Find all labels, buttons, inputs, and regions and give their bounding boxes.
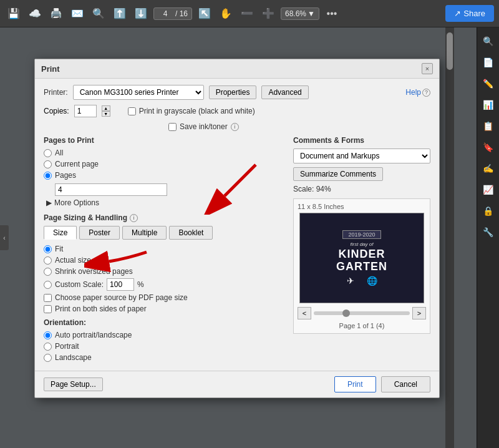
grayscale-checkbox-row[interactable]: Print in grayscale (black and white)	[128, 107, 255, 115]
hand-tool[interactable]: ✋	[217, 5, 235, 22]
sidebar-tools-icon[interactable]: 🔧	[480, 223, 497, 241]
shrink-radio-option[interactable]: Shrink oversized pages	[44, 267, 284, 276]
choose-paper-checkbox[interactable]	[44, 294, 52, 302]
printer-label: Printer:	[44, 88, 68, 97]
more-options[interactable]: ▶ More Options	[46, 198, 284, 207]
actual-size-label: Actual size	[55, 256, 91, 265]
actual-size-radio[interactable]	[44, 256, 52, 265]
more-tools-icon[interactable]: •••	[323, 5, 341, 22]
auto-orient-option[interactable]: Auto portrait/landscape	[44, 331, 284, 339]
pages-radio-option[interactable]: Pages	[44, 171, 284, 180]
percent-sign: %	[137, 280, 144, 289]
booklet-tab[interactable]: Booklet	[169, 226, 213, 240]
fit-radio[interactable]	[44, 245, 52, 253]
choose-paper-label: Choose paper source by PDF page size	[55, 293, 188, 302]
page-setup-button[interactable]: Page Setup...	[44, 377, 103, 391]
scroll-thumb[interactable]	[447, 32, 453, 70]
sidebar-page-icon[interactable]: 📄	[480, 54, 497, 71]
scale-text: Scale: 94%	[293, 185, 430, 193]
scrollbar[interactable]	[445, 27, 454, 448]
save-ink-checkbox-row[interactable]: Save ink/toner i	[168, 122, 430, 131]
fit-radio-option[interactable]: Fit	[44, 245, 284, 253]
upload-icon[interactable]: ☁️	[26, 5, 44, 22]
size-tab[interactable]: Size	[44, 226, 77, 240]
copies-input[interactable]	[74, 105, 97, 117]
preview-main-text: KINDERGARTEN	[336, 248, 387, 273]
right-column: Comments & Forms Document and Markups Su…	[293, 136, 430, 364]
actual-size-radio-option[interactable]: Actual size	[44, 256, 284, 265]
all-radio[interactable]	[44, 149, 52, 157]
portrait-option[interactable]: Portrait	[44, 342, 284, 351]
preview-area: 11 x 8.5 Inches 2019-2020 first day of K…	[293, 198, 430, 334]
custom-scale-input[interactable]	[107, 278, 134, 291]
shrink-label: Shrink oversized pages	[55, 267, 133, 276]
multiple-tab[interactable]: Multiple	[122, 226, 167, 240]
prev-page-icon[interactable]: ⬆️	[111, 5, 128, 22]
landscape-option[interactable]: Landscape	[44, 353, 284, 362]
sidebar-chart-icon[interactable]: 📊	[480, 96, 497, 114]
advanced-button[interactable]: Advanced	[261, 85, 308, 99]
save-ink-checkbox[interactable]	[168, 123, 177, 131]
print-both-checkbox[interactable]	[44, 305, 52, 313]
printer-select[interactable]: Canon MG3100 series Printer	[73, 85, 204, 100]
sidebar-search-icon[interactable]: 🔍	[480, 32, 497, 50]
save-icon[interactable]: 💾	[5, 5, 22, 22]
choose-paper-checkbox-row[interactable]: Choose paper source by PDF page size	[44, 293, 284, 302]
zoom-control[interactable]: 68.6% ▼	[281, 7, 319, 20]
print-icon[interactable]: 🖨️	[47, 5, 65, 22]
page-nav: 4 / 16	[153, 7, 192, 20]
zoom-out-icon[interactable]: 🔍	[90, 5, 107, 22]
poster-tab[interactable]: Poster	[79, 226, 120, 240]
all-radio-option[interactable]: All	[44, 149, 284, 157]
preview-content: 2019-2020 first day of KINDERGARTEN ✈ 🌐	[331, 225, 392, 291]
zoom-dropdown-icon: ▼	[308, 9, 315, 18]
summarize-button[interactable]: Summarize Comments	[293, 167, 383, 181]
portrait-label: Portrait	[55, 342, 79, 351]
shrink-radio[interactable]	[44, 268, 52, 276]
grayscale-checkbox[interactable]	[128, 107, 136, 115]
cursor-tool[interactable]: ↖️	[196, 5, 213, 22]
pages-radio[interactable]	[44, 172, 52, 180]
sidebar-excel-icon[interactable]: 📈	[480, 181, 497, 198]
sidebar-bookmark-icon[interactable]: 🔖	[480, 139, 497, 156]
prev-page-button[interactable]: <	[298, 307, 311, 319]
zoom-out-btn[interactable]: ➖	[238, 5, 256, 22]
close-button[interactable]: ×	[422, 63, 433, 74]
zoom-value: 68.6%	[285, 9, 306, 18]
share-icon: ↗	[454, 9, 461, 18]
properties-button[interactable]: Properties	[209, 85, 257, 99]
sizing-tabs: Size Poster Multiple Booklet	[44, 226, 284, 240]
landscape-radio[interactable]	[44, 354, 52, 362]
sidebar-sign-icon[interactable]: ✍️	[480, 160, 497, 177]
sidebar-shield-icon[interactable]: 🔒	[480, 202, 497, 220]
page-input[interactable]: 4	[158, 9, 173, 18]
cancel-button[interactable]: Cancel	[381, 376, 430, 392]
copies-up[interactable]: ▲	[102, 105, 110, 111]
more-options-label: More Options	[54, 198, 99, 207]
globe-icon: 🌐	[367, 276, 377, 286]
collapse-panel-button[interactable]: ‹	[0, 225, 9, 250]
zoom-in-btn[interactable]: ➕	[259, 5, 277, 22]
share-button[interactable]: ↗ Share	[445, 5, 494, 22]
custom-scale-label: Custom Scale:	[55, 280, 104, 289]
page-sizing-title: Page Sizing & Handling	[44, 213, 127, 222]
current-page-radio[interactable]	[44, 160, 52, 168]
print-both-checkbox-row[interactable]: Print on both sides of paper	[44, 304, 284, 313]
sidebar-edit-icon[interactable]: ✏️	[480, 75, 497, 92]
pages-input[interactable]	[55, 183, 167, 196]
current-page-radio-option[interactable]: Current page	[44, 160, 284, 168]
next-page-icon[interactable]: ⬇️	[132, 5, 150, 22]
sidebar-clipboard-icon[interactable]: 📋	[480, 117, 497, 135]
printer-row: Printer: Canon MG3100 series Printer Pro…	[44, 85, 430, 100]
right-sidebar: 🔍 📄 ✏️ 📊 📋 🔖 ✍️ 📈 🔒 🔧	[477, 27, 499, 448]
help-link[interactable]: Help ?	[405, 88, 430, 97]
print-button[interactable]: Print	[334, 376, 376, 392]
email-icon[interactable]: ✉️	[69, 5, 86, 22]
copies-down[interactable]: ▼	[102, 111, 110, 117]
portrait-radio[interactable]	[44, 343, 52, 351]
custom-scale-radio[interactable]	[44, 281, 52, 289]
next-page-button[interactable]: >	[412, 307, 426, 319]
preview-slider[interactable]	[314, 311, 410, 315]
auto-orient-radio[interactable]	[44, 331, 52, 339]
comments-dropdown[interactable]: Document and Markups	[293, 149, 430, 163]
